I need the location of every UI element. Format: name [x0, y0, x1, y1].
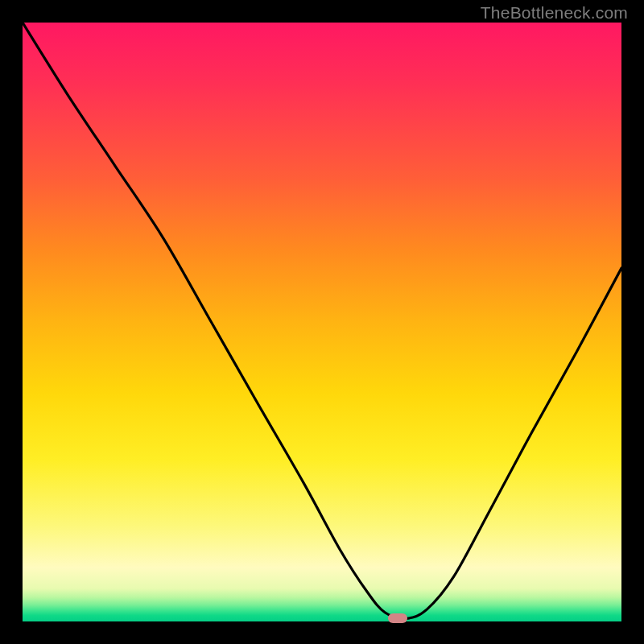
watermark-text: TheBottleneck.com — [481, 3, 628, 23]
chart-frame: TheBottleneck.com — [0, 0, 644, 644]
plot-area — [23, 23, 621, 621]
